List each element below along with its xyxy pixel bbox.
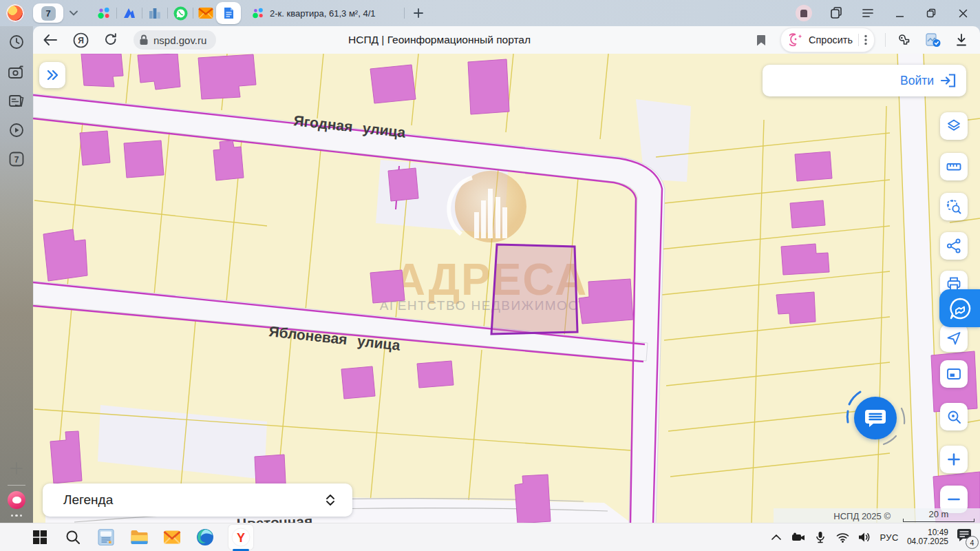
start-button[interactable] — [30, 528, 50, 547]
measure-ruler-button[interactable] — [940, 153, 968, 180]
system-tray: РУС 10:49 04.07.2025 4 — [769, 523, 974, 551]
tray-wifi-icon[interactable] — [835, 530, 849, 544]
tab-strip: 7 — [0, 0, 980, 26]
selected-parcel[interactable] — [491, 245, 577, 334]
tray-volume-icon[interactable] — [858, 530, 871, 544]
taskbar-apps: Y — [30, 523, 253, 551]
minimize-button[interactable] — [892, 6, 907, 21]
pinned-tab-nspd-active[interactable] — [216, 2, 241, 24]
svg-text:7: 7 — [14, 155, 19, 165]
tab-title: 2-к. квартира, 61,3 м², 4/1 — [270, 8, 398, 19]
restore-button[interactable] — [924, 6, 939, 21]
pinned-tab-a-icon[interactable] — [119, 3, 140, 23]
page-title: НСПД | Геоинформационный портал — [348, 26, 531, 54]
language-indicator[interactable]: РУС — [880, 532, 899, 543]
video-play-icon[interactable] — [6, 120, 27, 141]
pinned-tab-mail-icon[interactable] — [195, 3, 216, 23]
pinned-tab-whatsapp-icon[interactable] — [170, 3, 191, 23]
taskbar-search-icon[interactable] — [63, 528, 83, 547]
tray-date: 04.07.2025 — [907, 537, 948, 546]
side-panels-icon[interactable] — [829, 6, 844, 21]
ask-label: Спросить — [809, 34, 853, 45]
yandex-home-icon[interactable]: Я — [72, 31, 89, 49]
windows-taskbar: Y РУС 10:49 04.07.2025 — [0, 523, 980, 551]
ask-sparkle-icon — [789, 33, 803, 47]
new-tab-button[interactable] — [409, 4, 427, 22]
history-clock-icon[interactable] — [6, 32, 27, 52]
map-attribution: НСПД 2025 © 20 m — [774, 508, 980, 523]
pinned-tab-buildings-icon[interactable] — [145, 3, 165, 23]
legend-collapse-icon[interactable] — [326, 495, 334, 506]
mail-app-icon[interactable] — [162, 528, 182, 547]
share-button[interactable] — [940, 232, 968, 260]
chat-button[interactable] — [854, 397, 897, 439]
yandex-browser-icon[interactable]: Y — [228, 525, 253, 550]
zoom-in-button[interactable] — [940, 446, 968, 473]
login-icon — [940, 73, 957, 88]
protect-sync-icon[interactable] — [924, 31, 942, 49]
add-panel-icon[interactable] — [6, 458, 27, 479]
legend-panel[interactable]: Легенда — [43, 484, 352, 517]
extensions-icon[interactable] — [896, 31, 914, 49]
url-text: nspd.gov.ru — [153, 34, 206, 46]
tab-group[interactable]: 7 — [33, 3, 84, 23]
select-area-button[interactable] — [940, 193, 968, 220]
login-bar[interactable]: Войти — [763, 65, 966, 96]
ask-more-icon[interactable] — [864, 34, 867, 45]
browser-side-rail: 7 — [0, 26, 33, 523]
legend-label: Легенда — [63, 492, 113, 508]
attribution-text: НСПД 2025 © — [833, 511, 891, 521]
account-avatar-icon[interactable] — [796, 5, 812, 21]
layers-button[interactable] — [940, 112, 968, 140]
bookmark-icon[interactable] — [752, 31, 770, 49]
rail-more-icon[interactable] — [11, 514, 23, 517]
taskbar-1c-app-icon[interactable] — [96, 528, 116, 547]
map-canvas[interactable]: АДРЕСА АГЕНТСТВО НЕДВИЖИМОСТИ — [33, 54, 980, 523]
profile-avatar-icon[interactable] — [6, 4, 24, 22]
file-explorer-icon[interactable] — [129, 528, 149, 547]
menu-icon[interactable] — [860, 6, 875, 21]
tab-apartment-listing[interactable]: 2-к. квартира, 61,3 м², 4/1 — [248, 2, 402, 24]
address-bar[interactable]: nspd.gov.ru — [134, 30, 216, 50]
screenshot-icon[interactable] — [6, 62, 27, 83]
svg-text:Y: Y — [237, 531, 245, 545]
alice-assistant-icon[interactable] — [8, 491, 25, 509]
my-location-button[interactable] — [940, 324, 968, 352]
address-toolbar: Я nspd.gov.ru НСПД | Геоинформационный п… — [33, 26, 980, 54]
seven-app-icon[interactable]: 7 — [6, 149, 27, 169]
tab-group-chevron-icon[interactable] — [63, 3, 84, 23]
svg-text:Я: Я — [78, 36, 84, 45]
tab-group-count: 7 — [41, 6, 56, 21]
side-rail-bottom — [0, 450, 33, 524]
lock-icon — [139, 34, 149, 45]
pinned-tabs — [94, 2, 241, 24]
tray-chevron-icon[interactable] — [769, 530, 783, 544]
tray-mic-icon[interactable] — [813, 530, 827, 544]
ask-ai-button[interactable]: Спросить — [780, 28, 875, 52]
close-button[interactable] — [955, 6, 970, 21]
edge-browser-icon[interactable] — [195, 528, 215, 547]
toolbar-actions: Спросить — [752, 28, 970, 52]
tab-favicon-avito-icon — [252, 7, 264, 19]
scale-bar: 20 m — [903, 510, 974, 522]
minimap-button[interactable] — [940, 360, 968, 388]
scale-label: 20 m — [929, 510, 949, 519]
notification-badge: 4 — [966, 536, 979, 549]
clock[interactable]: 10:49 04.07.2025 — [907, 528, 948, 546]
login-label: Войти — [900, 74, 934, 88]
window-controls — [796, 5, 970, 21]
expand-panel-button[interactable] — [39, 62, 65, 88]
tray-camera-icon[interactable] — [791, 530, 805, 544]
search-on-map-button[interactable] — [940, 403, 968, 430]
map-viewport[interactable]: АДРЕСА АГЕНТСТВО НЕДВИЖИМОСТИ — [33, 54, 980, 523]
back-button[interactable] — [41, 31, 59, 49]
pinned-tab-avito-icon[interactable] — [94, 3, 114, 23]
notification-center-icon[interactable]: 4 — [957, 528, 974, 546]
browser-window: 7 — [0, 0, 980, 551]
yandex-sidebar-widget[interactable] — [939, 289, 980, 327]
feed-icon[interactable] — [6, 91, 27, 112]
downloads-icon[interactable] — [952, 31, 970, 49]
refresh-button[interactable] — [102, 31, 120, 49]
